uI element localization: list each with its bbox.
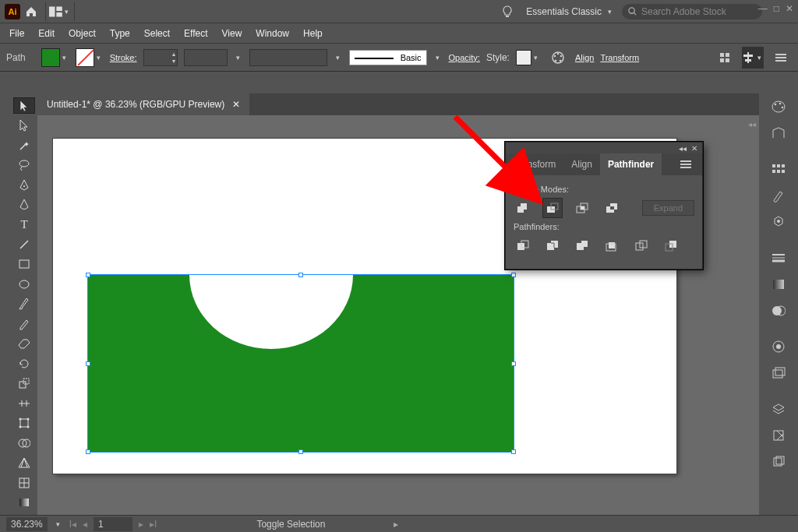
menu-file[interactable]: File [9,28,24,39]
selection-tool-icon[interactable] [14,98,34,113]
stock-search-input[interactable]: Search Adobe Stock [622,4,762,19]
stroke-profile-select[interactable]: Basic [349,50,427,65]
window-close-icon[interactable]: ✕ [786,3,793,14]
menu-type[interactable]: Type [110,28,130,39]
tab-pathfinder[interactable]: Pathfinder [600,153,662,175]
brushes-panel-icon[interactable] [768,185,789,206]
direct-selection-tool-icon[interactable] [14,118,34,132]
graphic-style[interactable]: ▾ [516,50,541,65]
shape-builder-tool-icon[interactable] [14,435,34,450]
zoom-dropdown-icon[interactable]: ▾ [54,520,63,528]
isolate-icon[interactable] [714,47,736,69]
stroke-swatch[interactable]: ▾ [76,48,104,67]
gradient-tool-icon[interactable] [14,495,34,509]
free-transform-tool-icon[interactable] [14,416,34,431]
minus-back-icon[interactable] [662,236,680,255]
tips-icon[interactable] [496,1,518,23]
minus-front-icon[interactable] [543,199,562,217]
menu-help[interactable]: Help [303,28,323,39]
mesh-tool-icon[interactable] [14,475,34,490]
symbols-panel-icon[interactable] [768,212,789,232]
merge-icon[interactable] [573,236,591,255]
tab-align[interactable]: Align [563,153,600,175]
fill-swatch[interactable]: ▾ [41,48,69,67]
artboards-panel-icon[interactable] [768,452,789,472]
nav-first-icon[interactable]: I◂ [69,519,76,530]
window-minimize-icon[interactable]: — [758,3,768,14]
trim-icon[interactable] [543,236,562,255]
intersect-icon[interactable] [573,199,591,217]
crop-icon[interactable] [602,236,621,255]
menu-view[interactable]: View [222,28,242,39]
panel-collapse-icon[interactable]: ◂◂ [679,144,687,153]
pen-tool-icon[interactable] [14,178,34,192]
width-tool-icon[interactable] [14,396,34,410]
unite-icon[interactable] [514,199,532,217]
color-panel-icon[interactable] [768,97,789,117]
workspace-switcher[interactable]: Essentials Classic ▾ [518,6,622,17]
panel-options-icon[interactable] [770,47,792,69]
lasso-tool-icon[interactable] [14,157,34,172]
svg-point-39 [775,104,777,106]
nav-next-icon[interactable]: ▸ [139,519,143,530]
menu-select[interactable]: Select [144,28,170,39]
type-tool-icon[interactable]: T [14,217,34,232]
perspective-grid-tool-icon[interactable] [14,455,34,470]
ellipse-tool-icon[interactable] [14,277,34,291]
arrange-documents-icon[interactable]: ▾ [49,1,71,23]
artboard-number-input[interactable]: 1 [94,517,132,531]
layers-panel-icon[interactable] [768,399,789,419]
rectangle-tool-icon[interactable] [14,257,34,272]
align-link[interactable]: Align [575,53,594,62]
menu-edit[interactable]: Edit [38,28,55,39]
pencil-tool-icon[interactable] [14,316,34,331]
svg-rect-25 [19,260,29,268]
rotate-tool-icon[interactable] [14,356,34,371]
graphic-styles-panel-icon[interactable] [768,363,789,383]
panel-collapse-icon[interactable]: ◂◂ [748,120,756,129]
tab-transform[interactable]: Transform [506,153,563,175]
magic-wand-tool-icon[interactable] [14,138,34,153]
nav-last-icon[interactable]: ▸I [150,519,157,530]
swatches-panel-icon[interactable] [768,159,789,179]
eraser-tool-icon[interactable] [14,336,34,351]
stroke-link[interactable]: Stroke: [110,53,137,62]
document-tab-close-icon[interactable]: ✕ [232,99,240,110]
recolor-artwork-icon[interactable] [547,47,569,69]
appearance-panel-icon[interactable] [768,336,789,357]
app-title-bar: Ai ▾ Essentials Classic ▾ Search Adobe S… [0,0,798,23]
svg-rect-19 [775,54,786,55]
menu-bar: File Edit Object Type Select Effect View… [0,23,798,44]
window-maximize-icon[interactable]: □ [774,3,779,14]
variable-width-profile[interactable] [184,49,228,66]
status-play-icon[interactable]: ▸ [394,519,398,530]
scale-tool-icon[interactable] [14,376,34,391]
outline-icon[interactable] [632,236,651,255]
status-tip: Toggle Selection [256,519,325,530]
nav-prev-icon[interactable]: ◂ [83,519,87,530]
zoom-level-input[interactable]: 36.23% [6,517,48,531]
paintbrush-tool-icon[interactable] [14,297,34,312]
stroke-panel-icon[interactable] [768,248,789,268]
gradient-panel-icon[interactable] [768,274,789,294]
menu-window[interactable]: Window [256,28,289,39]
divide-icon[interactable] [514,236,532,255]
opacity-link[interactable]: Opacity: [449,53,480,62]
document-tab[interactable]: Untitled-1* @ 36.23% (RGB/GPU Preview) ✕ [37,93,249,115]
curvature-tool-icon[interactable] [14,197,34,212]
panel-close-icon[interactable]: ✕ [691,144,697,153]
brush-definition[interactable] [249,49,327,66]
home-icon[interactable] [20,1,42,23]
menu-object[interactable]: Object [69,28,96,39]
color-guide-panel-icon[interactable] [768,123,789,143]
transparency-panel-icon[interactable] [768,301,789,321]
transform-link[interactable]: Transform [600,53,639,62]
menu-effect[interactable]: Effect [184,28,207,39]
asset-export-panel-icon[interactable] [768,425,789,446]
line-tool-icon[interactable] [14,237,34,252]
panel-menu-icon[interactable] [680,160,702,169]
stroke-weight-input[interactable]: ▴▾ [143,49,178,66]
align-to-icon[interactable]: ▾ [742,47,764,69]
status-bar: 36.23% ▾ I◂ ◂ 1 ▸ ▸I Toggle Selection ▸ [0,515,798,532]
exclude-icon[interactable] [602,199,621,217]
